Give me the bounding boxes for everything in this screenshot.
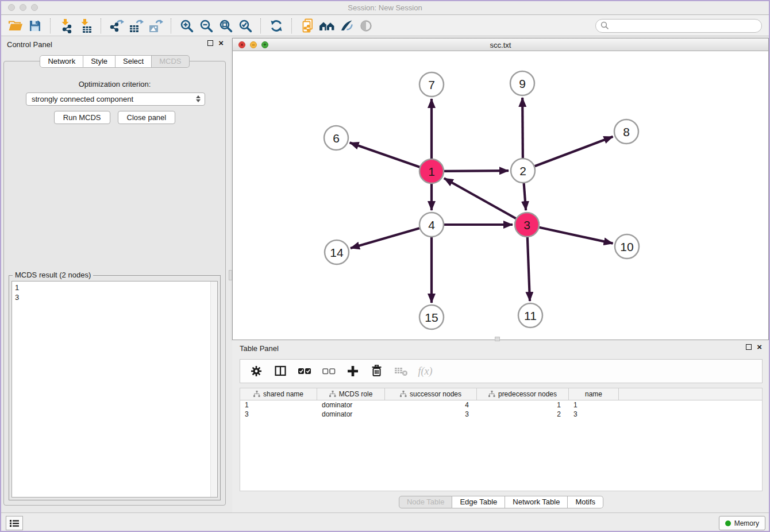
search-input[interactable] bbox=[612, 21, 757, 30]
table-cell[interactable]: 1 bbox=[477, 401, 569, 409]
table-cell[interactable]: 2 bbox=[477, 410, 569, 418]
delete-column-icon[interactable] bbox=[367, 363, 387, 380]
save-session-icon[interactable] bbox=[25, 17, 45, 34]
app-title-bar: Session: New Session bbox=[0, 0, 770, 15]
node-table[interactable]: shared nameMCDS rolesuccessor nodesprede… bbox=[240, 388, 763, 491]
network-window-titlebar[interactable]: × − + scc.txt bbox=[233, 38, 768, 51]
run-mcds-button[interactable]: Run MCDS bbox=[54, 111, 110, 124]
column-header-name[interactable]: name bbox=[569, 388, 619, 400]
vertical-splitter-handle[interactable] bbox=[229, 270, 232, 280]
column-header-successor-nodes[interactable]: successor nodes bbox=[385, 388, 477, 400]
function-builder-icon: f(x) bbox=[415, 363, 436, 380]
main-toolbar bbox=[0, 16, 770, 36]
table-row[interactable]: 3dominator323 bbox=[240, 410, 762, 419]
show-hide-icon bbox=[356, 17, 376, 34]
export-image-icon[interactable] bbox=[146, 17, 165, 34]
svg-text:4: 4 bbox=[428, 218, 435, 232]
graph-node-4[interactable]: 4 bbox=[419, 213, 444, 237]
new-network-from-selection-icon[interactable] bbox=[298, 17, 317, 34]
table-cell[interactable]: 1 bbox=[569, 401, 619, 409]
table-row[interactable]: 1dominator411 bbox=[240, 400, 762, 410]
open-session-icon[interactable] bbox=[6, 17, 25, 34]
show-columns-icon[interactable] bbox=[270, 363, 291, 380]
optimization-criterion-select[interactable]: strongly connected component bbox=[26, 92, 205, 106]
tab-style[interactable]: Style bbox=[83, 55, 116, 68]
table-cell[interactable]: 3 bbox=[385, 410, 477, 418]
svg-text:10: 10 bbox=[620, 240, 633, 253]
graph-edge-1-6[interactable] bbox=[350, 142, 420, 167]
column-header-MCDS-role[interactable]: MCDS role bbox=[317, 388, 385, 400]
graph-edge-2-9[interactable] bbox=[522, 98, 523, 158]
graph-node-8[interactable]: 8 bbox=[614, 119, 638, 144]
add-column-icon[interactable] bbox=[342, 363, 363, 380]
graph-node-14[interactable]: 14 bbox=[325, 240, 349, 264]
graphics-details-icon[interactable] bbox=[337, 17, 356, 34]
tab-edge-table[interactable]: Edge Table bbox=[452, 496, 505, 508]
refresh-view-icon[interactable] bbox=[267, 17, 286, 34]
network-window-title: scc.txt bbox=[233, 41, 768, 49]
column-type-icon bbox=[488, 391, 495, 398]
close-table-panel-icon[interactable]: × bbox=[757, 344, 762, 350]
tab-mcds[interactable]: MCDS bbox=[152, 55, 189, 68]
close-panel-button[interactable]: Close panel bbox=[118, 111, 176, 124]
svg-text:8: 8 bbox=[623, 125, 630, 138]
graph-node-3[interactable]: 3 bbox=[515, 213, 539, 237]
tab-motifs[interactable]: Motifs bbox=[568, 496, 603, 508]
graph-edge-3-1[interactable] bbox=[444, 178, 516, 218]
float-panel-icon[interactable] bbox=[207, 40, 213, 46]
toolbar-separator bbox=[50, 18, 51, 33]
graph-node-11[interactable]: 11 bbox=[518, 303, 542, 327]
table-cell[interactable]: 4 bbox=[385, 401, 477, 409]
search-icon bbox=[600, 21, 609, 30]
tab-select[interactable]: Select bbox=[116, 55, 152, 68]
close-panel-icon[interactable]: × bbox=[218, 40, 224, 46]
graph-edge-2-8[interactable] bbox=[535, 137, 613, 166]
graph-node-1[interactable]: 1 bbox=[419, 159, 444, 183]
import-table-icon[interactable] bbox=[76, 17, 95, 34]
first-neighbors-icon[interactable] bbox=[317, 17, 337, 34]
table-cell[interactable]: 1 bbox=[240, 401, 317, 409]
graph-node-2[interactable]: 2 bbox=[511, 159, 535, 183]
graph-edge-1-2[interactable] bbox=[444, 171, 509, 171]
zoom-out-icon[interactable] bbox=[197, 17, 216, 34]
graph-edge-3-11[interactable] bbox=[528, 237, 530, 301]
graph-edge-2-3[interactable] bbox=[524, 183, 526, 210]
table-settings-icon[interactable] bbox=[246, 363, 267, 380]
graph-node-10[interactable]: 10 bbox=[615, 234, 639, 259]
memory-button[interactable]: Memory bbox=[719, 516, 765, 530]
zoom-fit-icon[interactable] bbox=[216, 17, 236, 34]
graph-edge-3-10[interactable] bbox=[539, 228, 613, 244]
zoom-in-icon[interactable] bbox=[177, 17, 197, 34]
table-cell[interactable]: 3 bbox=[569, 410, 619, 418]
table-cell[interactable]: dominator bbox=[317, 401, 385, 409]
export-network-icon[interactable] bbox=[107, 17, 126, 34]
graph-node-15[interactable]: 15 bbox=[419, 305, 444, 329]
column-header-shared-name[interactable]: shared name bbox=[240, 388, 317, 400]
svg-text:7: 7 bbox=[428, 78, 435, 91]
table-header-row: shared nameMCDS rolesuccessor nodesprede… bbox=[240, 388, 762, 400]
deselect-all-icon[interactable] bbox=[318, 363, 339, 380]
tab-network[interactable]: Network bbox=[40, 55, 83, 68]
search-box[interactable] bbox=[595, 19, 762, 33]
table-cell[interactable]: dominator bbox=[317, 410, 385, 418]
table-cell[interactable]: 3 bbox=[240, 410, 317, 418]
tab-network-table[interactable]: Network Table bbox=[505, 496, 568, 508]
horizontal-splitter-handle[interactable] bbox=[495, 337, 500, 341]
graph-node-7[interactable]: 7 bbox=[419, 72, 444, 97]
graph-node-9[interactable]: 9 bbox=[510, 71, 534, 95]
column-header-predecessor-nodes[interactable]: predecessor nodes bbox=[477, 388, 569, 400]
svg-text:9: 9 bbox=[519, 77, 526, 90]
task-history-button[interactable] bbox=[6, 516, 23, 530]
result-scrollbar[interactable] bbox=[210, 282, 217, 497]
select-all-icon[interactable] bbox=[294, 363, 315, 380]
graph-node-6[interactable]: 6 bbox=[324, 126, 348, 150]
zoom-selected-icon[interactable] bbox=[236, 17, 255, 34]
export-table-icon[interactable] bbox=[126, 17, 146, 34]
status-bar: Memory bbox=[0, 512, 770, 532]
network-canvas[interactable]: 7968124314101511 bbox=[233, 51, 768, 340]
graph-edge-4-14[interactable] bbox=[351, 228, 419, 248]
float-table-panel-icon[interactable] bbox=[746, 344, 752, 350]
mcds-result-text[interactable]: 1 3 bbox=[11, 281, 218, 498]
tab-node-table[interactable]: Node Table bbox=[399, 496, 453, 508]
import-network-icon[interactable] bbox=[56, 17, 76, 34]
